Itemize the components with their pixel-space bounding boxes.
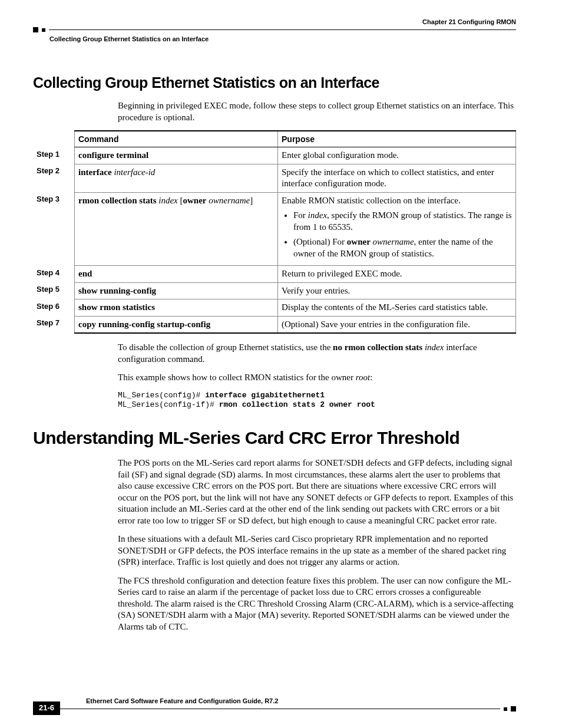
- command-cell: rmon collection stats index [owner owner…: [75, 192, 278, 266]
- console-output: ML_Series(config)# interface gigabitethe…: [118, 391, 516, 410]
- command-cell: end: [75, 266, 278, 283]
- purpose-cell: Verify your entries.: [278, 282, 516, 299]
- command-cell: show rmon statistics: [75, 299, 278, 317]
- body-paragraph: In these situations with a default ML-Se…: [118, 533, 516, 568]
- command-cell: interface interface-id: [75, 164, 278, 192]
- table-header-command: Command: [75, 131, 278, 147]
- page-number: 21-6: [33, 701, 60, 715]
- footer-rule: [33, 706, 516, 711]
- list-item: (Optional) For owner ownername, enter th…: [293, 236, 512, 259]
- purpose-cell: Specify the interface on which to collec…: [278, 164, 516, 192]
- table-row: Step 7 copy running-config startup-confi…: [33, 316, 516, 333]
- step-label: Step 2: [33, 164, 75, 192]
- body-paragraph: The POS ports on the ML-Series card repo…: [118, 457, 516, 526]
- step-label: Step 5: [33, 282, 75, 299]
- step-label: Step 6: [33, 299, 75, 317]
- body-paragraph: The FCS threshold configuration and dete…: [118, 575, 516, 633]
- table-row: Step 4 end Return to privileged EXEC mod…: [33, 266, 516, 283]
- table-row: Step 5 show running-config Verify your e…: [33, 282, 516, 299]
- running-head: Collecting Group Ethernet Statistics on …: [49, 35, 516, 43]
- command-cell: show running-config: [75, 282, 278, 299]
- page-footer: Ethernet Card Software Feature and Confi…: [33, 697, 516, 711]
- step-label: Step 3: [33, 192, 75, 266]
- table-row: Step 6 show rmon statistics Display the …: [33, 299, 516, 317]
- footer-title: Ethernet Card Software Feature and Confi…: [86, 697, 516, 705]
- table-row: Step 1 configure terminal Enter global c…: [33, 147, 516, 164]
- main-heading: Understanding ML-Series Card CRC Error T…: [33, 426, 516, 449]
- table-row: Step 2 interface interface-id Specify th…: [33, 164, 516, 192]
- body-paragraph: This example shows how to collect RMON s…: [118, 372, 516, 384]
- purpose-cell: Display the contents of the ML-Series ca…: [278, 299, 516, 317]
- body-paragraph: To disable the collection of group Ether…: [118, 342, 516, 365]
- header-rule: [33, 27, 516, 32]
- table-row: Step 3 rmon collection stats index [owne…: [33, 192, 516, 266]
- step-label: Step 4: [33, 266, 75, 283]
- command-cell: configure terminal: [75, 147, 278, 164]
- list-item: For index, specify the RMON group of sta…: [293, 210, 512, 233]
- chapter-label: Chapter 21 Configuring RMON: [422, 18, 516, 26]
- purpose-cell: (Optional) Save your entries in the conf…: [278, 316, 516, 333]
- table-header-purpose: Purpose: [278, 131, 516, 147]
- step-label: Step 1: [33, 147, 75, 164]
- command-table: Command Purpose Step 1 configure termina…: [33, 130, 516, 334]
- section-heading: Collecting Group Ethernet Statistics on …: [33, 73, 516, 93]
- purpose-cell: Enter global configuration mode.: [278, 147, 516, 164]
- purpose-cell: Enable RMON statistic collection on the …: [278, 192, 516, 266]
- intro-paragraph: Beginning in privileged EXEC mode, follo…: [118, 100, 516, 123]
- command-cell: copy running-config startup-config: [75, 316, 278, 333]
- purpose-cell: Return to privileged EXEC mode.: [278, 266, 516, 283]
- step-label: Step 7: [33, 316, 75, 333]
